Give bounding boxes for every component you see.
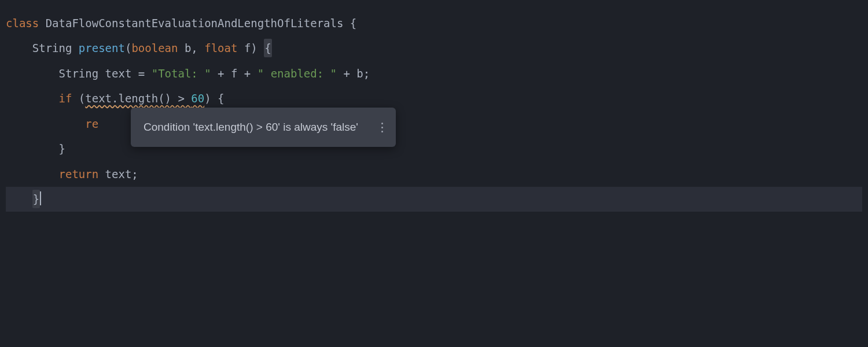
inspection-warning[interactable]: text.length() > 60 xyxy=(85,89,204,108)
method-name: present xyxy=(79,39,125,57)
keyword-class: class xyxy=(6,14,39,32)
return-expr: text; xyxy=(98,165,138,183)
var-name: text xyxy=(105,64,138,83)
operator: + xyxy=(337,64,356,83)
indent xyxy=(6,115,85,133)
brace: } xyxy=(59,139,65,158)
indent xyxy=(6,64,59,83)
indent xyxy=(6,190,32,208)
param-type: float xyxy=(204,39,237,57)
keyword-partial: re xyxy=(85,115,98,133)
param-name: b xyxy=(178,39,191,57)
indent xyxy=(6,39,32,57)
identifier: f xyxy=(231,64,237,83)
brace-matched: { xyxy=(264,39,271,57)
code-line-current[interactable]: } xyxy=(6,187,862,212)
code-line[interactable]: String present(boolean b, float f) { xyxy=(6,36,862,61)
brace: { xyxy=(350,14,356,32)
semicolon: ; xyxy=(363,64,370,83)
paren: ( xyxy=(72,89,85,108)
tooltip-message: Condition 'text.length() > 60' is always… xyxy=(144,118,358,136)
paren: ( xyxy=(125,39,131,57)
paren: ) xyxy=(251,39,264,57)
string-literal: " enabled: " xyxy=(258,64,337,83)
number-literal: 60 xyxy=(191,92,204,105)
more-actions-icon[interactable] xyxy=(381,123,383,132)
class-name: DataFlowConstantEvaluationAndLengthOfLit… xyxy=(39,14,350,32)
identifier: b xyxy=(356,64,363,83)
inspection-tooltip[interactable]: Condition 'text.length() > 60' is always… xyxy=(131,108,396,147)
operator: + xyxy=(237,64,257,83)
brace-matched: } xyxy=(32,190,40,208)
var-type: String xyxy=(59,64,105,83)
keyword-return: return xyxy=(59,165,99,183)
return-type: String xyxy=(32,39,79,57)
operator: + xyxy=(211,64,231,83)
indent xyxy=(6,89,59,108)
code-line[interactable]: class DataFlowConstantEvaluationAndLengt… xyxy=(6,10,862,36)
comma: , xyxy=(191,39,204,57)
code-line[interactable]: String text = "Total: " + f + " enabled:… xyxy=(6,61,862,86)
param-name: f xyxy=(237,39,251,57)
string-literal: "Total: " xyxy=(152,64,211,83)
paren-brace: ) { xyxy=(204,89,224,108)
param-type: boolean xyxy=(131,39,178,57)
code-line[interactable]: return text; xyxy=(6,161,862,187)
keyword-if: if xyxy=(59,89,72,108)
indent xyxy=(6,165,59,183)
indent xyxy=(6,139,59,158)
operator: = xyxy=(138,64,152,83)
condition-expr: text.length() > xyxy=(85,92,191,105)
text-cursor xyxy=(40,191,41,205)
